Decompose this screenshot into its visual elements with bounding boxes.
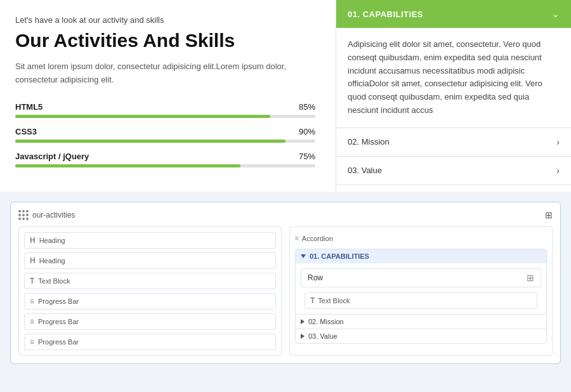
block-progressbar-2[interactable]: ≡ Progress Bar xyxy=(24,313,276,330)
acc-mission-row[interactable]: 02. Mission xyxy=(296,314,546,329)
block-label-progressbar-3: Progress Bar xyxy=(38,338,79,346)
progress-track-css3 xyxy=(15,140,315,143)
skill-percent-css3: 90% xyxy=(299,127,315,136)
row-resize-icon: ⊞ xyxy=(527,273,534,283)
progress-track-js xyxy=(15,164,315,167)
block-label-textblock: Text Block xyxy=(38,277,70,285)
skill-percent-js: 75% xyxy=(299,152,315,161)
skill-name-css3: CSS3 xyxy=(15,127,37,136)
progressbar-icon-1: ≡ xyxy=(30,297,34,306)
chevron-right-icon-value: › xyxy=(556,166,560,176)
block-heading-2[interactable]: H Heading xyxy=(24,252,276,269)
accordion-label-icon: ≡ xyxy=(295,235,299,242)
editor-columns: H Heading H Heading T Text Block ≡ Progr… xyxy=(18,226,553,356)
acc-value-label: 03. Value xyxy=(308,332,338,340)
accordion-item-capabilities: 01. CAPABILITIES ⌄ Adipisicing elit dolo… xyxy=(336,0,571,128)
block-label-progressbar-2: Progress Bar xyxy=(38,318,79,325)
progress-fill-html5 xyxy=(15,115,270,118)
tagline: Let's have a look at our activity and sk… xyxy=(15,15,315,25)
right-panel: 01. CAPABILITIES ⌄ Adipisicing elit dolo… xyxy=(336,0,571,192)
editor-left-column: H Heading H Heading T Text Block ≡ Progr… xyxy=(18,226,282,356)
skill-percent-html5: 85% xyxy=(299,102,315,112)
block-textblock[interactable]: T Text Block xyxy=(24,273,276,289)
heading-icon-1: H xyxy=(30,236,36,245)
accordion-header-capabilities[interactable]: 01. CAPABILITIES ⌄ xyxy=(336,0,571,28)
editor-component-name: our-activities xyxy=(32,211,75,219)
row-label: Row xyxy=(308,273,323,282)
inner-textblock-label: Text Block xyxy=(318,297,350,304)
accordion-label-text: Accordion xyxy=(302,235,333,242)
inner-text-icon: T xyxy=(310,296,315,305)
triangle-down-icon xyxy=(301,254,306,258)
main-title: Our Activities And Skills xyxy=(15,30,315,51)
accordion-body-capabilities: Adipisicing elit dolor sit amet, consect… xyxy=(336,28,571,127)
editor-section: our-activities ⊞ H Heading H Heading T T… xyxy=(10,202,561,364)
skill-name-html5: HTML5 xyxy=(15,102,43,112)
acc-capabilities-body: Row ⊞ T Text Block xyxy=(296,263,546,314)
block-label-heading-2: Heading xyxy=(39,257,65,265)
skill-css3: CSS3 90% xyxy=(15,127,315,143)
resize-icon[interactable]: ⊞ xyxy=(545,210,553,220)
progress-fill-css3 xyxy=(15,140,286,143)
editor-label: our-activities xyxy=(18,210,75,220)
accordion-title-value: 03. Value xyxy=(348,166,382,175)
triangle-right-mission-icon xyxy=(301,319,305,324)
acc-mission-label: 02. Mission xyxy=(308,318,344,325)
chevron-down-icon: ⌄ xyxy=(552,9,560,19)
drag-handle-icon[interactable] xyxy=(18,210,29,220)
accordion-header-value[interactable]: 03. Value › xyxy=(336,157,571,185)
block-label-progressbar-1: Progress Bar xyxy=(38,297,79,305)
progressbar-icon-3: ≡ xyxy=(30,337,34,346)
block-progressbar-1[interactable]: ≡ Progress Bar xyxy=(24,293,276,310)
left-panel: Let's have a look at our activity and sk… xyxy=(0,0,336,192)
editor-label-row: our-activities ⊞ xyxy=(18,210,553,220)
progressbar-icon-2: ≡ xyxy=(30,317,34,326)
accordion-item-mission: 02. Mission › xyxy=(336,128,571,157)
accordion-editor-section: 01. CAPABILITIES Row ⊞ T Text Block 02. … xyxy=(295,249,547,344)
top-section: Let's have a look at our activity and sk… xyxy=(0,0,571,192)
accordion-item-value: 03. Value › xyxy=(336,157,571,185)
block-heading-1[interactable]: H Heading xyxy=(24,232,276,249)
acc-value-row[interactable]: 03. Value xyxy=(296,329,546,343)
editor-right-column: ≡ Accordion 01. CAPABILITIES Row ⊞ T Tex… xyxy=(289,226,553,356)
triangle-right-value-icon xyxy=(301,334,305,339)
row-block[interactable]: Row ⊞ xyxy=(301,268,541,287)
progress-fill-js xyxy=(15,164,240,167)
progress-track-html5 xyxy=(15,115,315,118)
accordion-header-mission[interactable]: 02. Mission › xyxy=(336,128,571,156)
skill-js: Javascript / jQuery 75% xyxy=(15,152,315,167)
text-icon: T xyxy=(30,277,34,285)
acc-capabilities-label: 01. CAPABILITIES xyxy=(310,252,369,260)
acc-capabilities-header[interactable]: 01. CAPABILITIES xyxy=(296,249,546,263)
inner-textblock[interactable]: T Text Block xyxy=(305,292,537,309)
block-label-heading-1: Heading xyxy=(39,237,65,244)
description: Sit amet lorem ipsum dolor, consectetur … xyxy=(15,60,315,87)
accordion-editor-label: ≡ Accordion xyxy=(295,232,547,245)
accordion-title-capabilities: 01. CAPABILITIES xyxy=(348,10,423,19)
heading-icon-2: H xyxy=(30,256,36,265)
skills-list: HTML5 85% CSS3 90% Javascript / jQue xyxy=(15,102,315,167)
block-progressbar-3[interactable]: ≡ Progress Bar xyxy=(24,334,276,350)
accordion-title-mission: 02. Mission xyxy=(348,137,390,147)
chevron-right-icon: › xyxy=(556,137,560,147)
skill-name-js: Javascript / jQuery xyxy=(15,152,89,161)
skill-html5: HTML5 85% xyxy=(15,102,315,118)
